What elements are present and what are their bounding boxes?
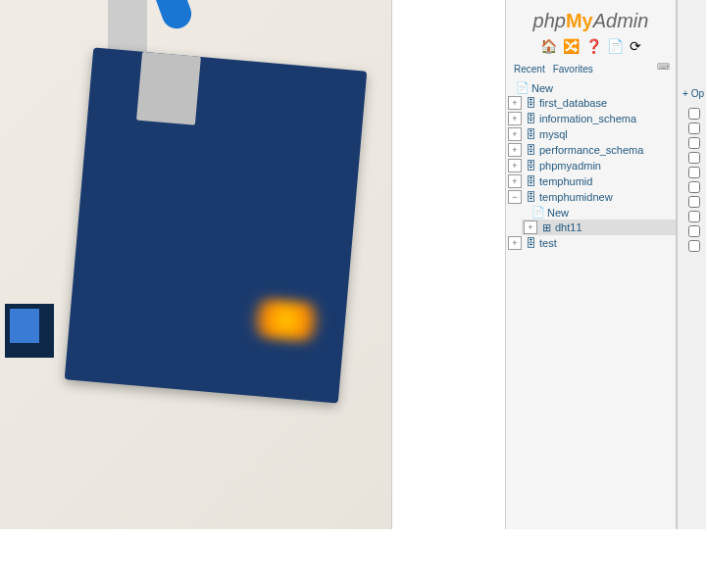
database-tree: 📄 New + 🗄 first_database + 🗄 information… [506,78,676,253]
row-checkbox[interactable] [688,108,700,120]
row-checkbox[interactable] [688,122,700,134]
tree-db-phpmyadmin[interactable]: + 🗄 phpmyadmin [506,158,676,173]
expand-icon[interactable]: + [508,159,522,172]
reload-icon[interactable]: ⟳ [630,38,641,54]
ethernet-port [136,52,201,125]
row-checkbox[interactable] [688,167,700,178]
expand-icon[interactable]: + [508,96,522,110]
tree-db-test[interactable]: + 🗄 test [506,235,676,251]
expand-icon[interactable]: + [508,236,522,250]
row-checkbox[interactable] [688,211,700,222]
expand-icon[interactable]: + [508,143,522,157]
tree-db-first_database[interactable]: + 🗄 first_database [506,95,676,111]
database-icon: 🗄 [524,175,537,187]
sidebar-tabs: Recent Favorites ⌨ [506,60,676,78]
phpmyadmin-logo[interactable]: phpMyAdmin [506,2,676,36]
database-icon: 🗄 [524,160,537,172]
right-gutter: + Op [677,0,706,588]
tree-db-mysql[interactable]: + 🗄 mysql [506,126,676,142]
tree-db-temphumid[interactable]: + 🗄 temphumid [506,173,676,189]
sidebar-toolbar: 🏠 🔀 ❓ 📄 ⟳ [506,36,676,60]
expand-icon[interactable]: + [508,127,522,141]
checkbox-column [688,108,700,252]
tab-recent[interactable]: Recent [510,62,549,76]
row-checkbox[interactable] [688,181,700,193]
tree-new-table[interactable]: 📄 New [522,205,676,220]
arduino-board [65,47,368,403]
docs-icon[interactable]: ❓ [585,38,602,54]
table-icon: ⊞ [539,221,553,234]
tree-db-performance_schema[interactable]: + 🗄 performance_schema [506,142,676,158]
options-link[interactable]: + Op [682,88,704,99]
led-glow [245,297,327,343]
row-checkbox[interactable] [688,152,700,164]
expand-icon[interactable]: + [508,174,522,188]
database-icon: 🗄 [524,237,537,249]
logout-icon[interactable]: 🔀 [563,38,580,54]
link-icon[interactable]: ⌨ [657,62,670,72]
navi-icon[interactable]: 📄 [607,38,624,54]
row-checkbox[interactable] [688,196,700,208]
database-icon: 🗄 [524,191,537,203]
arduino-photo [0,0,392,529]
tree-table-dht11[interactable]: + ⊞ dht11 [522,220,676,235]
row-checkbox[interactable] [688,137,700,149]
expand-icon[interactable]: + [508,112,522,125]
database-icon: 🗄 [524,144,537,156]
database-icon: 🗄 [524,97,537,109]
database-icon: 🗄 [524,113,537,124]
row-checkbox[interactable] [688,240,700,252]
tab-favorites[interactable]: Favorites [549,62,597,76]
expand-icon[interactable]: + [524,220,537,234]
tree-db-information_schema[interactable]: + 🗄 information_schema [506,111,676,126]
phpmyadmin-sidebar: phpMyAdmin 🏠 🔀 ❓ 📄 ⟳ Recent Favorites ⌨ … [505,0,677,588]
home-icon[interactable]: 🏠 [540,38,557,54]
tree-new-database[interactable]: 📄 New [506,80,676,95]
new-db-icon: 📄 [516,81,530,94]
row-checkbox[interactable] [688,225,700,237]
dht11-sensor [5,304,54,358]
usb-cable [148,0,196,32]
collapse-icon[interactable]: − [508,190,522,204]
tree-db-temphumidnew[interactable]: − 🗄 temphumidnew [506,189,676,205]
database-icon: 🗄 [524,128,537,140]
new-table-icon: 📄 [531,206,545,219]
